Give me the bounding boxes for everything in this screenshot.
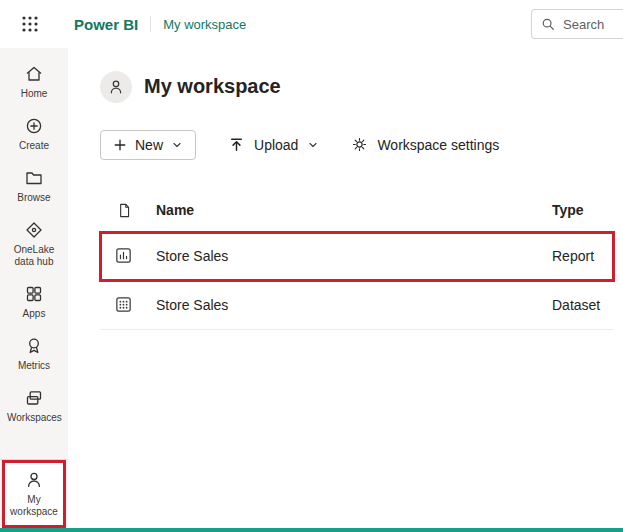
sidebar-item-label: Browse: [7, 192, 61, 204]
person-icon: [24, 470, 44, 490]
person-icon: [107, 78, 125, 96]
chevron-down-icon: [171, 139, 183, 151]
column-header-name[interactable]: Name: [156, 202, 552, 218]
home-icon: [24, 64, 44, 84]
metrics-icon: [24, 336, 44, 356]
sidebar-item-onelake-data-hub[interactable]: OneLake data hub: [0, 212, 68, 276]
sidebar-item-label: Apps: [7, 308, 61, 320]
upload-button[interactable]: Upload: [228, 136, 319, 153]
gear-icon: [351, 136, 368, 153]
workspace-settings-button[interactable]: Workspace settings: [351, 136, 499, 153]
create-icon: [24, 116, 44, 136]
bottom-accent-bar: [0, 528, 623, 532]
sidebar-item-label: Create: [7, 140, 61, 152]
column-header-type[interactable]: Type: [552, 202, 614, 218]
table-header-row: Name Type: [100, 190, 614, 232]
workspace-settings-label: Workspace settings: [377, 137, 499, 153]
workspace-header: My workspace: [100, 62, 614, 112]
item-type: Report: [552, 248, 614, 264]
sidebar-item-create[interactable]: Create: [0, 108, 68, 160]
table-row-dataset[interactable]: Store Sales Dataset: [100, 281, 614, 330]
browse-icon: [24, 168, 44, 188]
page-title: My workspace: [144, 75, 281, 98]
new-button-label: New: [135, 137, 163, 153]
document-icon: [100, 202, 156, 219]
new-button[interactable]: New: [100, 130, 196, 160]
sidebar-item-label: Home: [7, 88, 61, 100]
chevron-down-icon: [307, 139, 319, 151]
apps-icon: [24, 284, 44, 304]
upload-button-label: Upload: [254, 137, 298, 153]
left-nav: Home Create Browse OneLake data hub: [0, 48, 68, 528]
report-icon: [100, 246, 156, 265]
app-launcher-button[interactable]: [16, 10, 44, 38]
sidebar-item-metrics[interactable]: Metrics: [0, 328, 68, 380]
sidebar-item-workspaces[interactable]: Workspaces: [0, 380, 68, 432]
breadcrumb[interactable]: My workspace: [163, 17, 246, 32]
search-input[interactable]: [561, 16, 615, 33]
onelake-icon: [24, 220, 44, 240]
main-content: My workspace New Upload: [68, 48, 623, 528]
app-name[interactable]: Power BI: [74, 16, 138, 33]
sidebar-item-home[interactable]: Home: [0, 56, 68, 108]
workspaces-icon: [24, 388, 44, 408]
sidebar-item-label: Workspaces: [7, 412, 61, 424]
upload-icon: [228, 136, 245, 153]
sidebar-item-label: My workspace: [7, 494, 61, 518]
items-table: Name Type Store Sales Report: [100, 190, 614, 330]
top-bar: Power BI My workspace: [0, 0, 623, 48]
item-name-link[interactable]: Store Sales: [156, 297, 552, 313]
sidebar-item-label: Metrics: [7, 360, 61, 372]
toolbar: New Upload: [100, 130, 614, 160]
item-name-link[interactable]: Store Sales: [156, 248, 552, 264]
waffle-icon: [21, 15, 39, 33]
sidebar-item-apps[interactable]: Apps: [0, 276, 68, 328]
table-row-report[interactable]: Store Sales Report: [100, 232, 614, 281]
workspace-avatar: [100, 71, 132, 103]
sidebar-item-browse[interactable]: Browse: [0, 160, 68, 212]
sidebar-item-label: OneLake data hub: [7, 244, 61, 268]
breadcrumb-divider: [150, 16, 151, 32]
sidebar-item-my-workspace[interactable]: My workspace: [2, 460, 66, 528]
search-box[interactable]: [531, 9, 623, 39]
dataset-icon: [100, 295, 156, 314]
plus-icon: [113, 138, 127, 152]
item-type: Dataset: [552, 297, 614, 313]
search-icon: [541, 17, 555, 31]
